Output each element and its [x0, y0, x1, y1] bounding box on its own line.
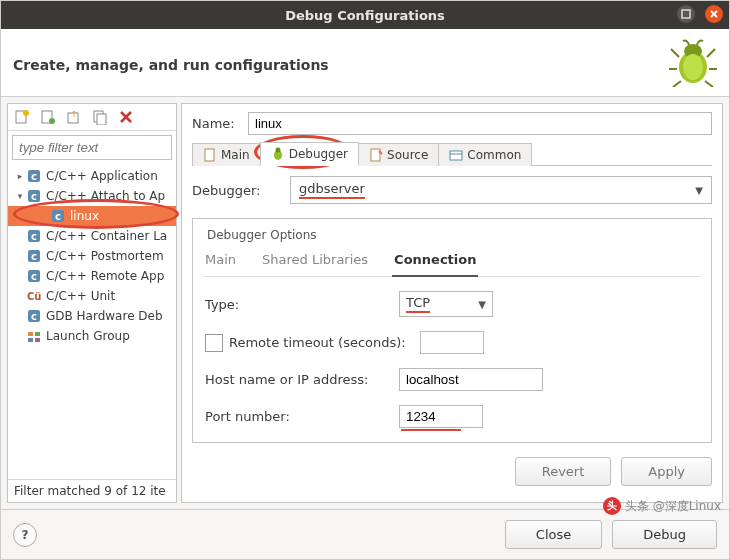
port-label: Port number:: [205, 409, 385, 424]
svg-point-5: [23, 110, 29, 116]
svg-text:c: c: [31, 171, 37, 182]
config-tree[interactable]: ▸cC/C++ Application▾cC/C++ Attach to Apc…: [8, 164, 176, 479]
svg-rect-33: [371, 149, 380, 161]
config-type-icon: Cü: [26, 288, 42, 304]
svg-text:c: c: [31, 271, 37, 282]
config-type-icon: c: [26, 188, 42, 204]
subtab-main[interactable]: Main: [203, 246, 238, 276]
tree-item[interactable]: cC/C++ Container La: [8, 226, 176, 246]
svg-rect-10: [97, 114, 106, 125]
svg-point-3: [683, 54, 703, 80]
tree-item[interactable]: ▾cC/C++ Attach to Ap: [8, 186, 176, 206]
tree-item[interactable]: cC/C++ Postmortem: [8, 246, 176, 266]
svg-text:c: c: [31, 231, 37, 242]
type-label: Type:: [205, 297, 385, 312]
svg-text:c: c: [31, 191, 37, 202]
titlebar: Debug Configurations: [1, 1, 729, 29]
source-icon: [369, 148, 383, 162]
config-type-icon: c: [26, 248, 42, 264]
tree-item[interactable]: Launch Group: [8, 326, 176, 346]
tab-debugger[interactable]: Debugger: [260, 142, 359, 166]
svg-text:c: c: [55, 211, 61, 222]
close-window-button[interactable]: [705, 5, 723, 23]
tree-item[interactable]: ▸cC/C++ Application: [8, 166, 176, 186]
filter-input[interactable]: [12, 135, 172, 160]
chevron-down-icon: ▼: [478, 299, 486, 310]
common-icon: [449, 148, 463, 162]
debugger-options-group: Debugger Options Main Shared Libraries C…: [192, 218, 712, 443]
tree-item-label: GDB Hardware Deb: [46, 309, 163, 323]
maximize-button[interactable]: [677, 5, 695, 23]
duplicate-icon[interactable]: [92, 109, 108, 125]
port-input[interactable]: [399, 405, 483, 428]
host-label: Host name or IP address:: [205, 372, 385, 387]
filter-status: Filter matched 9 of 12 ite: [8, 479, 176, 502]
new-config-icon[interactable]: [14, 109, 30, 125]
left-panel: ▸cC/C++ Application▾cC/C++ Attach to Apc…: [7, 103, 177, 503]
svg-point-7: [49, 118, 55, 124]
svg-rect-26: [28, 332, 33, 336]
tree-item-label: C/C++ Application: [46, 169, 158, 183]
chevron-down-icon: ▼: [695, 185, 703, 196]
type-combo[interactable]: TCP ▼: [399, 291, 493, 317]
remote-timeout-label: Remote timeout (seconds):: [229, 335, 406, 350]
tree-item-label: C/C++ Remote App: [46, 269, 164, 283]
close-button[interactable]: Close: [505, 520, 602, 549]
svg-text:Cü: Cü: [27, 291, 41, 302]
tree-item-label: C/C++ Unit: [46, 289, 115, 303]
svg-point-32: [275, 148, 280, 153]
export-icon[interactable]: [66, 109, 82, 125]
debugger-combo[interactable]: gdbserver ▼: [290, 176, 712, 204]
file-icon: [203, 148, 217, 162]
tree-item-label: C/C++ Attach to Ap: [46, 189, 165, 203]
debugger-label: Debugger:: [192, 183, 282, 198]
bottom-bar: Close Debug: [1, 509, 729, 559]
config-type-icon: [26, 328, 42, 344]
right-panel: Name: Main Debugger Source Co: [181, 103, 723, 503]
help-icon[interactable]: ?: [13, 523, 37, 547]
svg-text:c: c: [31, 251, 37, 262]
tab-common[interactable]: Common: [438, 143, 532, 166]
tree-toggle-icon[interactable]: ▸: [14, 171, 26, 181]
annotation-underline: [401, 429, 461, 431]
tree-item-label: Launch Group: [46, 329, 130, 343]
new-prototype-icon[interactable]: [40, 109, 56, 125]
svg-text:c: c: [31, 311, 37, 322]
svg-rect-28: [28, 338, 33, 342]
tree-item-label: linux: [70, 209, 99, 223]
subtab-shared-libraries[interactable]: Shared Libraries: [260, 246, 370, 276]
svg-rect-30: [205, 149, 214, 161]
remote-timeout-checkbox[interactable]: [205, 334, 223, 352]
config-type-icon: c: [26, 268, 42, 284]
tree-toggle-icon[interactable]: ▾: [14, 191, 26, 201]
config-type-icon: c: [26, 308, 42, 324]
tree-item[interactable]: cGDB Hardware Deb: [8, 306, 176, 326]
apply-button[interactable]: Apply: [621, 457, 712, 486]
bug-tab-icon: [271, 147, 285, 161]
tree-item-selected[interactable]: clinux: [8, 206, 176, 226]
subtitle-text: Create, manage, and run configurations: [13, 57, 329, 73]
tree-item[interactable]: cC/C++ Remote App: [8, 266, 176, 286]
revert-button[interactable]: Revert: [515, 457, 612, 486]
config-toolbar: [8, 104, 176, 131]
name-input[interactable]: [248, 112, 712, 135]
debugger-value: gdbserver: [299, 181, 365, 199]
svg-rect-34: [450, 151, 462, 160]
tab-source[interactable]: Source: [358, 143, 439, 166]
options-subtabs: Main Shared Libraries Connection: [203, 242, 701, 277]
host-input[interactable]: [399, 368, 543, 391]
tree-item-label: C/C++ Container La: [46, 229, 167, 243]
svg-rect-29: [35, 338, 40, 342]
svg-rect-0: [682, 10, 690, 18]
group-title: Debugger Options: [203, 228, 321, 242]
subtab-connection[interactable]: Connection: [392, 246, 478, 277]
delete-icon[interactable]: [118, 109, 134, 125]
tree-item[interactable]: CüC/C++ Unit: [8, 286, 176, 306]
config-type-icon: c: [50, 208, 66, 224]
remote-timeout-input[interactable]: [420, 331, 484, 354]
config-type-icon: c: [26, 168, 42, 184]
svg-rect-27: [35, 332, 40, 336]
svg-rect-8: [68, 113, 78, 123]
debug-button[interactable]: Debug: [612, 520, 717, 549]
tab-main[interactable]: Main: [192, 143, 261, 166]
